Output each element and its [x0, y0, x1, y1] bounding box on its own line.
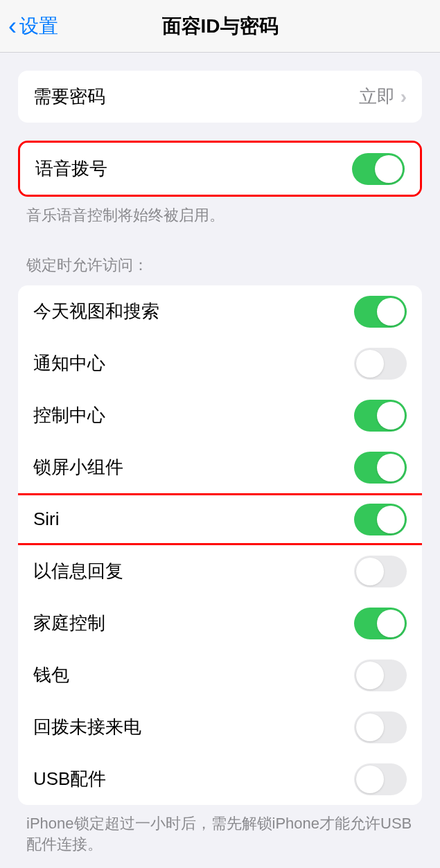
lock-item-toggle[interactable] [354, 711, 407, 743]
lock-item-row: 锁屏小组件 [18, 441, 422, 493]
lock-access-group: 今天视图和搜索通知中心控制中心锁屏小组件Siri以信息回复家庭控制钱包回拨未接来… [18, 285, 422, 805]
nav-header: ‹ 设置 面容ID与密码 [0, 0, 440, 53]
lock-item-row: 今天视图和搜索 [18, 285, 422, 337]
lock-item-label: Siri [33, 508, 60, 530]
chevron-right-icon: › [401, 86, 407, 108]
lock-item-label: 回拨未接来电 [33, 715, 141, 739]
lock-item-label: 钱包 [33, 663, 69, 687]
lock-item-toggle[interactable] [354, 659, 407, 691]
require-passcode-row[interactable]: 需要密码 立即 › [18, 71, 422, 123]
lock-item-row: Siri [18, 493, 422, 545]
voice-dial-group-highlight: 语音拨号 [18, 141, 422, 197]
lock-item-label: 锁屏小组件 [33, 455, 123, 479]
lock-item-row: 控制中心 [18, 389, 422, 441]
lock-item-label: USB配件 [33, 767, 106, 791]
lock-item-row: 回拨未接来电 [18, 701, 422, 753]
voice-dial-toggle[interactable] [352, 153, 405, 185]
lock-access-header: 锁定时允许访问： [0, 245, 440, 281]
lock-item-toggle[interactable] [354, 296, 407, 328]
lock-item-label: 控制中心 [33, 403, 105, 427]
lock-item-label: 以信息回复 [33, 559, 123, 583]
page-title: 面容ID与密码 [162, 13, 279, 39]
voice-dial-row: 语音拨号 [20, 143, 420, 195]
require-passcode-value: 立即 [359, 85, 395, 109]
lock-item-toggle[interactable] [354, 556, 407, 587]
lock-item-row: 家庭控制 [18, 597, 422, 649]
lock-item-label: 今天视图和搜索 [33, 299, 159, 324]
lock-item-toggle[interactable] [354, 504, 407, 535]
lock-item-toggle[interactable] [354, 400, 407, 432]
lock-item-row: USB配件 [18, 753, 422, 805]
passcode-group: 需要密码 立即 › [18, 71, 422, 123]
chevron-left-icon: ‹ [8, 12, 17, 41]
lock-item-toggle[interactable] [354, 452, 407, 484]
require-passcode-label: 需要密码 [33, 85, 105, 109]
lock-item-row: 钱包 [18, 649, 422, 701]
voice-dial-note: 音乐语音控制将始终被启用。 [0, 197, 440, 226]
lock-item-label: 家庭控制 [33, 611, 105, 635]
lock-item-row: 通知中心 [18, 337, 422, 389]
lock-item-toggle[interactable] [354, 348, 407, 380]
voice-dial-label: 语音拨号 [35, 157, 107, 181]
back-button[interactable]: ‹ 设置 [0, 12, 58, 41]
lock-item-row: 以信息回复 [18, 545, 422, 597]
lock-item-toggle[interactable] [354, 608, 407, 639]
lock-item-toggle[interactable] [354, 763, 407, 795]
back-label: 设置 [19, 13, 58, 39]
lock-access-footer: iPhone锁定超过一小时后，需先解锁iPhone才能允许USB配件连接。 [0, 805, 440, 855]
lock-item-label: 通知中心 [33, 351, 105, 375]
